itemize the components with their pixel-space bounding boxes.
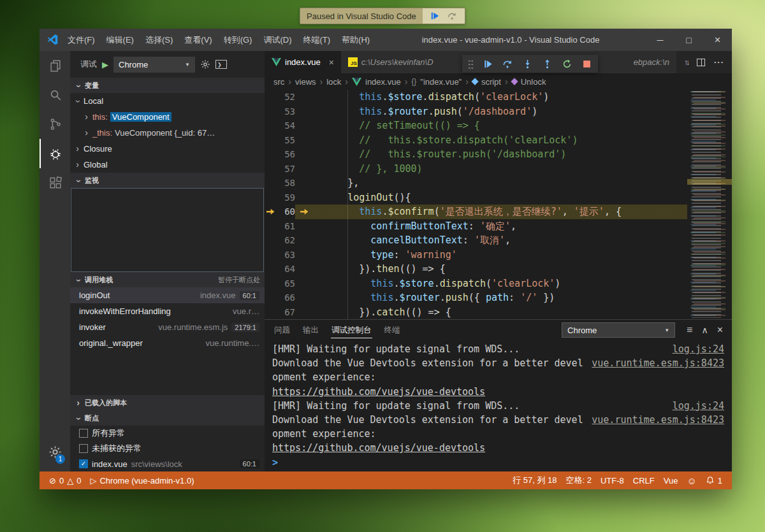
console-source-link[interactable]: vue.runtime.esm.js:8423 xyxy=(592,356,724,370)
breakpoint-glyph-margin[interactable] xyxy=(295,133,313,148)
code-line[interactable]: 53 this.$router.push('/dashboard') xyxy=(265,104,732,119)
console-source-link[interactable]: vue.runtime.esm.js:8423 xyxy=(592,413,724,427)
callstack-frame[interactable]: invokeWithErrorHandlingvue.r… xyxy=(70,303,265,319)
language-mode[interactable]: Vue xyxy=(659,476,683,485)
configure-gear-icon[interactable] xyxy=(200,59,210,69)
stop-icon[interactable] xyxy=(581,57,592,70)
panel-tab[interactable]: 终端 xyxy=(384,322,401,338)
code-line[interactable]: 65 this.$store.dispatch('clearLock') xyxy=(265,277,732,291)
code-line[interactable]: 64 }).then(() => { xyxy=(265,262,732,277)
menu-item[interactable]: 终端(T) xyxy=(297,29,336,51)
callstack-frame[interactable]: invokervue.runtime.esm.js2179:1 xyxy=(70,319,265,335)
code-line[interactable]: 59 loginOut(){ xyxy=(265,191,732,205)
code-line[interactable]: 63 type: 'warning' xyxy=(265,248,732,262)
debug-console-toggle-icon[interactable]: ❯ xyxy=(215,60,227,69)
breakpoint-glyph-margin[interactable] xyxy=(295,176,313,191)
start-debug-icon[interactable]: ▶ xyxy=(102,60,108,69)
toolbar-drag-handle[interactable] xyxy=(468,59,474,69)
minimize-button[interactable]: ─ xyxy=(646,29,674,51)
maximize-panel-icon[interactable]: ∧ xyxy=(701,325,708,335)
menu-item[interactable]: 帮助(H) xyxy=(336,29,375,51)
eol-status[interactable]: CRLF xyxy=(629,476,659,485)
section-header-loaded-scripts[interactable]: › 已载入的脚本 xyxy=(70,395,265,410)
console-source-link[interactable]: log.js:24 xyxy=(673,342,724,356)
code-line[interactable]: 52 this.$store.dispatch('clearLock') xyxy=(265,90,732,104)
console-url-link[interactable]: https://github.com/vuejs/vue-devtools xyxy=(272,441,485,455)
breakpoint-glyph-margin[interactable] xyxy=(295,147,313,162)
section-header-variables[interactable]: › 变量 xyxy=(70,78,265,93)
breadcrumb-item[interactable]: lock xyxy=(326,77,341,87)
encoding-status[interactable]: UTF-8 xyxy=(596,476,629,485)
breadcrumb-item[interactable]: script xyxy=(481,77,501,87)
code-line[interactable]: 67 }).catch(() => { xyxy=(265,305,732,320)
continue-icon[interactable] xyxy=(482,57,493,70)
source-control-icon[interactable] xyxy=(40,110,70,139)
watch-panel[interactable] xyxy=(71,188,264,272)
close-tab-icon[interactable]: × xyxy=(329,57,334,68)
console-input[interactable]: > xyxy=(272,456,724,470)
breakpoint-glyph-margin[interactable] xyxy=(295,90,313,104)
breakpoint-glyph-margin[interactable] xyxy=(295,262,313,277)
menu-item[interactable]: 文件(F) xyxy=(62,29,101,51)
close-button[interactable]: × xyxy=(703,29,732,51)
console-target-select[interactable]: Chrome ▼ xyxy=(562,322,675,338)
breadcrumb-item[interactable]: Unlock xyxy=(521,77,546,87)
step-over-icon[interactable] xyxy=(502,57,513,70)
breakpoint-glyph-margin[interactable] xyxy=(295,104,313,119)
section-header-breakpoints[interactable]: › 断点 xyxy=(70,410,265,426)
minimap[interactable] xyxy=(687,90,732,319)
launch-config-select[interactable]: Chrome ▼ xyxy=(113,57,195,73)
step-over-icon[interactable] xyxy=(447,11,457,20)
code-line[interactable]: 58 }, xyxy=(265,176,732,191)
problems-status[interactable]: ⊘ 0 △ 0 xyxy=(45,476,85,485)
callstack-frame[interactable]: original._wrappervue.runtime.… xyxy=(70,335,265,351)
code-line[interactable]: 60 this.$confirm('是否退出系统，是否继续?', '提示', { xyxy=(265,205,732,219)
menu-item[interactable]: 编辑(E) xyxy=(101,29,140,51)
split-editor-icon[interactable] xyxy=(697,59,705,66)
feedback-smiley-icon[interactable]: ☺ xyxy=(682,475,701,486)
variable-row[interactable]: ›this:VueComponent xyxy=(70,109,265,125)
debug-target-status[interactable]: ▷ Chrome (vue-admin-v1.0) xyxy=(85,476,198,485)
console-url-link[interactable]: https://github.com/vuejs/vue-devtools xyxy=(272,385,485,399)
code-line[interactable]: 56 // this.$router.push('/dashboard') xyxy=(265,147,732,162)
maximize-button[interactable]: □ xyxy=(674,29,703,51)
variable-scope-row[interactable]: ›Local xyxy=(70,93,265,109)
code-line[interactable]: 55 // this.$store.dispatch('clearLock') xyxy=(265,133,732,148)
breakpoint-checkbox[interactable] xyxy=(79,444,88,453)
breadcrumb-item[interactable]: index.vue xyxy=(365,77,401,87)
breakpoint-checkbox[interactable] xyxy=(79,429,88,438)
breakpoint-glyph-margin[interactable] xyxy=(295,191,313,205)
variable-scope-row[interactable]: ›Closure xyxy=(70,141,265,157)
menu-item[interactable]: 转到(G) xyxy=(218,29,258,51)
breakpoint-row[interactable]: ✓index.vuesrc\views\lock60:1 xyxy=(70,456,265,471)
cursor-position[interactable]: 行 57, 列 18 xyxy=(508,475,561,486)
resume-icon[interactable] xyxy=(430,11,439,20)
breadcrumb-item[interactable]: views xyxy=(295,77,316,87)
panel-tab[interactable]: 调试控制台 xyxy=(331,322,372,338)
breakpoint-glyph-margin[interactable] xyxy=(295,233,313,248)
menu-item[interactable]: 选择(S) xyxy=(140,29,178,51)
callstack-frame[interactable]: loginOutindex.vue60:1 xyxy=(70,287,265,303)
breakpoint-glyph-margin[interactable] xyxy=(295,305,313,320)
compare-arrows-icon[interactable]: ↑↓ xyxy=(684,58,688,67)
breakpoint-row[interactable]: 所有异常 xyxy=(70,426,265,441)
breakpoint-glyph-margin[interactable] xyxy=(295,291,313,305)
breadcrumb-item[interactable]: src xyxy=(273,77,284,87)
notifications-bell[interactable]: 1 xyxy=(701,476,727,485)
search-icon[interactable] xyxy=(40,80,70,110)
breakpoint-glyph-margin[interactable] xyxy=(295,277,313,291)
step-out-icon[interactable] xyxy=(541,57,553,70)
breakpoint-glyph-margin[interactable] xyxy=(295,162,313,176)
code-line[interactable]: 54 // setTimeout(() => { xyxy=(265,119,732,133)
breakpoint-checkbox[interactable]: ✓ xyxy=(79,459,88,468)
extensions-icon[interactable] xyxy=(40,168,70,198)
variable-row[interactable]: ›_this:VueComponent {_uid: 67… xyxy=(70,125,265,141)
step-into-icon[interactable] xyxy=(521,57,533,70)
panel-tab[interactable]: 输出 xyxy=(302,322,319,338)
code-line[interactable]: 57 // }, 1000) xyxy=(265,162,732,176)
run-and-debug-icon[interactable] xyxy=(40,139,70,168)
restart-icon[interactable] xyxy=(561,57,572,70)
menu-item[interactable]: 调试(D) xyxy=(258,29,297,51)
indentation-status[interactable]: 空格: 2 xyxy=(562,475,596,486)
close-panel-icon[interactable]: × xyxy=(717,324,723,336)
